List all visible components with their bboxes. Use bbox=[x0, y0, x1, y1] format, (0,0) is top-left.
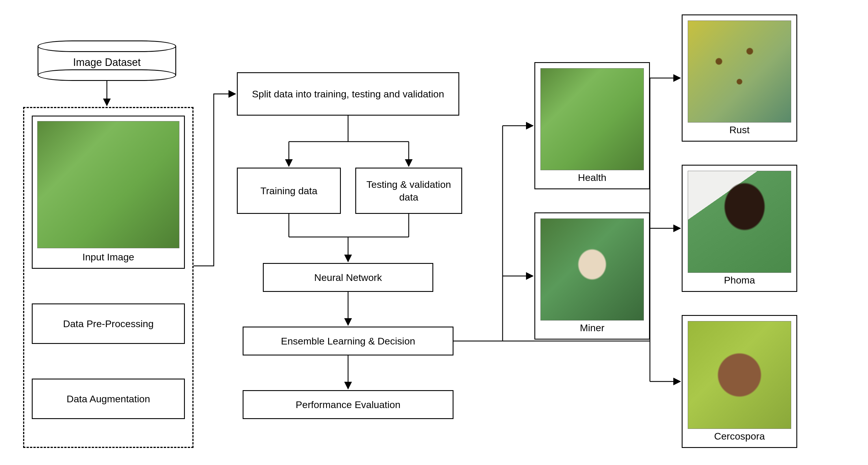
diagram-canvas: Image Dataset Input Image Data Pre-Proce… bbox=[11, 11, 857, 454]
connectors bbox=[11, 11, 857, 454]
